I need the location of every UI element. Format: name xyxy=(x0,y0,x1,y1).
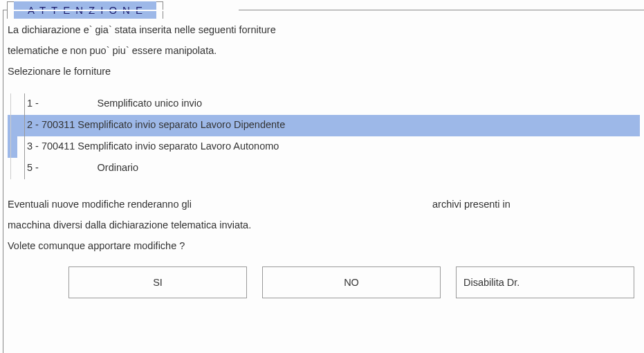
footer-line-1-right: archivi presenti in xyxy=(432,199,510,210)
list-item-text: 3 - 700411 Semplificato invio separato L… xyxy=(24,136,640,158)
message-line-1: La dichiarazione e` gia` stata inserita … xyxy=(8,24,640,35)
button-row: SI NO Disabilita Dr. xyxy=(8,266,640,298)
attention-dialog: ATTENZIONE La dichiarazione e` gia` stat… xyxy=(0,0,644,353)
no-button[interactable]: NO xyxy=(262,266,441,298)
disable-dr-button[interactable]: Disabilita Dr. xyxy=(456,266,634,298)
message-line-3: Selezionare le forniture xyxy=(8,66,640,77)
list-item-text: 2 - 700311 Semplificato invio separato L… xyxy=(24,115,640,136)
dialog-frame: La dichiarazione e` gia` stata inserita … xyxy=(3,10,644,353)
list-item[interactable]: 2 - 700311 Semplificato invio separato L… xyxy=(8,115,640,136)
dialog-content: La dichiarazione e` gia` stata inserita … xyxy=(3,24,644,298)
footer-message: Eventuali nuove modifiche renderanno gli… xyxy=(8,199,640,251)
list-item[interactable]: 1 - Semplificato unico invio xyxy=(8,93,640,115)
list-item[interactable]: 5 - Ordinario xyxy=(8,158,640,179)
footer-line-3: Volete comunque apportare modifiche ? xyxy=(8,240,640,251)
message-line-2: telematiche e non puo` piu` essere manip… xyxy=(8,45,640,56)
list-item-text: 1 - Semplificato unico invio xyxy=(24,93,640,115)
footer-line-2: macchina diversi dalla dichiarazione tel… xyxy=(8,219,640,230)
yes-button[interactable]: SI xyxy=(68,266,247,298)
footer-line-1-left: Eventuali nuove modifiche renderanno gli xyxy=(8,199,432,210)
list-item-text: 5 - Ordinario xyxy=(24,158,640,179)
list-item[interactable]: 3 - 700411 Semplificato invio separato L… xyxy=(8,136,640,158)
forniture-list[interactable]: 1 - Semplificato unico invio 2 - 700311 … xyxy=(8,93,640,179)
